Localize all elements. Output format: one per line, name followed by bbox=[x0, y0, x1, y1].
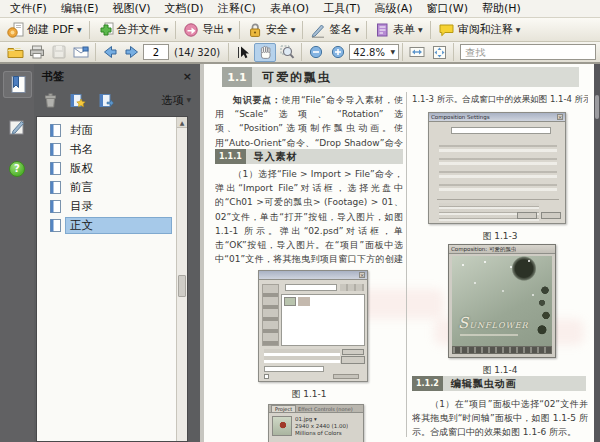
bookmark-item-toc[interactable]: 目录 bbox=[37, 197, 187, 216]
composition-name-field bbox=[451, 127, 551, 134]
zoom-out-button[interactable] bbox=[305, 43, 327, 62]
zoom-level-select[interactable]: 42.8% ▼ bbox=[349, 44, 399, 60]
figure-composition-settings-dialog: Composition Settings× bbox=[428, 112, 566, 224]
forms-label: 表单 bbox=[393, 22, 415, 37]
printer-icon bbox=[29, 45, 45, 59]
bookmark-item-cover[interactable]: 封面 bbox=[37, 121, 187, 140]
combine-files-button[interactable]: 合并文件▼ bbox=[93, 21, 173, 39]
menu-item-help[interactable]: 帮助(H) bbox=[475, 0, 528, 17]
export-label: 导出 bbox=[202, 22, 224, 37]
delete-bookmark-button[interactable] bbox=[43, 93, 57, 108]
toolbar-separator bbox=[402, 43, 403, 61]
hand-icon bbox=[258, 45, 273, 60]
document-scrollbar[interactable] bbox=[594, 64, 600, 442]
menu-item-advanced[interactable]: 高级(A) bbox=[367, 0, 419, 17]
open-file-button[interactable] bbox=[4, 43, 26, 62]
section-number: 1.1 bbox=[222, 67, 252, 87]
menu-item-file[interactable]: 文件(F) bbox=[3, 0, 54, 17]
hand-tool-button[interactable] bbox=[254, 43, 276, 62]
file-colors: Millions of Colors bbox=[295, 430, 348, 437]
scrollbar-thumb[interactable] bbox=[595, 95, 599, 119]
previous-view-button[interactable] bbox=[99, 43, 121, 62]
toolbar-separator bbox=[89, 21, 90, 39]
minus-circle-icon bbox=[309, 45, 323, 59]
menu-item-edit[interactable]: 编辑(E) bbox=[54, 0, 106, 17]
chevron-down-icon: ▼ bbox=[186, 97, 191, 103]
zoom-in-button[interactable] bbox=[327, 43, 349, 62]
bookmarks-scrollbar[interactable]: ▲ bbox=[176, 117, 187, 441]
ladybug-thumbnail bbox=[272, 416, 292, 436]
help-button[interactable]: ? bbox=[3, 155, 32, 182]
dialog-title-bar: Composition Settings× bbox=[429, 113, 565, 122]
chevron-down-icon: ▼ bbox=[418, 27, 423, 33]
goto-bookmark-button[interactable] bbox=[98, 93, 114, 108]
signatures-panel-tab[interactable] bbox=[3, 113, 32, 140]
sequence-checkbox bbox=[264, 374, 269, 379]
pdf-page[interactable]: 1.1 可爱的瓢虫 知识要点：使用“File”命令导入素材，使用“Scale”选… bbox=[204, 64, 594, 442]
filename-fields bbox=[264, 349, 340, 363]
menu-item-window[interactable]: 窗口(W) bbox=[420, 0, 475, 17]
figure-import-file-dialog: × bbox=[258, 270, 368, 382]
bookmarks-icon bbox=[8, 75, 27, 94]
dialog-toolbar-buttons bbox=[340, 284, 364, 291]
next-view-button[interactable] bbox=[121, 43, 143, 62]
bookmark-page-icon bbox=[50, 200, 61, 213]
bookmark-item-copyright[interactable]: 版权 bbox=[37, 159, 187, 178]
figure-caption-1-1-3: 图 1.1-3 bbox=[412, 230, 588, 243]
close-icon: × bbox=[557, 114, 563, 120]
create-pdf-button[interactable]: 创建 PDF▼ bbox=[3, 21, 86, 39]
menu-item-tools[interactable]: 工具(T) bbox=[316, 0, 367, 17]
section-title: 可爱的瓢虫 bbox=[252, 69, 332, 86]
review-comment-label: 审阅和注释 bbox=[458, 22, 513, 37]
document-viewport: 1.1 可爱的瓢虫 知识要点：使用“File”命令导入素材，使用“Scale”选… bbox=[200, 64, 600, 442]
email-button[interactable] bbox=[70, 43, 92, 62]
menu-item-view[interactable]: 视图(V) bbox=[105, 0, 157, 17]
new-bookmark-button[interactable] bbox=[69, 93, 86, 108]
forms-icon bbox=[374, 22, 390, 38]
forms-button[interactable]: 表单▼ bbox=[370, 21, 427, 39]
marquee-zoom-button[interactable] bbox=[276, 43, 298, 62]
folder-icon bbox=[7, 45, 24, 59]
select-cursor-icon bbox=[236, 45, 251, 60]
subsection-title: 导入素材 bbox=[246, 150, 298, 164]
main-area: ? 书签 × 选项 ▼ 封面 bbox=[0, 64, 600, 442]
menu-item-comments[interactable]: 注释(C) bbox=[211, 0, 263, 17]
fit-width-button[interactable] bbox=[406, 43, 428, 62]
close-icon[interactable]: × bbox=[183, 70, 192, 83]
zoom-level-value: 42.8% bbox=[353, 47, 385, 58]
secure-button[interactable]: 安全▼ bbox=[243, 21, 300, 39]
bookmark-label: 正文 bbox=[66, 218, 171, 233]
bookmarks-panel-tab[interactable] bbox=[3, 71, 32, 98]
scroll-up-icon[interactable]: ▲ bbox=[177, 117, 187, 128]
options-label: 选项 bbox=[161, 93, 183, 108]
sign-pen-icon bbox=[310, 22, 326, 38]
task-toolbar: 创建 PDF▼ 合并文件▼ 导出▼ 安全▼ 签名▼ 表单▼ 审阅 bbox=[0, 18, 600, 42]
secure-lock-icon bbox=[247, 22, 263, 38]
page-number-input[interactable] bbox=[143, 44, 169, 60]
navigation-toolbar: (14/ 320) 42.8% ▼ bbox=[0, 42, 600, 64]
scrollbar-thumb[interactable] bbox=[178, 275, 186, 297]
menu-item-document[interactable]: 文档(D) bbox=[158, 0, 211, 17]
bookmark-label: 前言 bbox=[66, 180, 171, 195]
chevron-down-icon: ▼ bbox=[227, 27, 232, 33]
sign-label: 签名 bbox=[329, 22, 351, 37]
menu-item-forms[interactable]: 表单(O) bbox=[263, 0, 316, 17]
find-input[interactable] bbox=[460, 44, 596, 60]
fit-page-button[interactable] bbox=[428, 43, 450, 62]
sign-button[interactable]: 签名▼ bbox=[306, 21, 363, 39]
print-button[interactable] bbox=[26, 43, 48, 62]
dialog-title: Composition Settings bbox=[431, 114, 557, 120]
export-button[interactable]: 导出▼ bbox=[179, 21, 236, 39]
review-comment-button[interactable]: 审阅和注释▼ bbox=[434, 21, 525, 39]
bookmarks-options-button[interactable]: 选项 ▼ bbox=[161, 93, 191, 108]
bookmark-item-book-title[interactable]: 书名 bbox=[37, 140, 187, 159]
select-tool-button[interactable] bbox=[232, 43, 254, 62]
chevron-down-icon: ▼ bbox=[354, 27, 359, 33]
look-in-combo bbox=[285, 284, 337, 291]
settings-fields bbox=[439, 139, 557, 195]
bookmark-item-preface[interactable]: 前言 bbox=[37, 178, 187, 197]
star-dots bbox=[462, 264, 464, 266]
export-icon bbox=[183, 22, 199, 38]
bookmark-item-body[interactable]: 正文 bbox=[37, 216, 187, 235]
save-button[interactable] bbox=[48, 43, 70, 62]
